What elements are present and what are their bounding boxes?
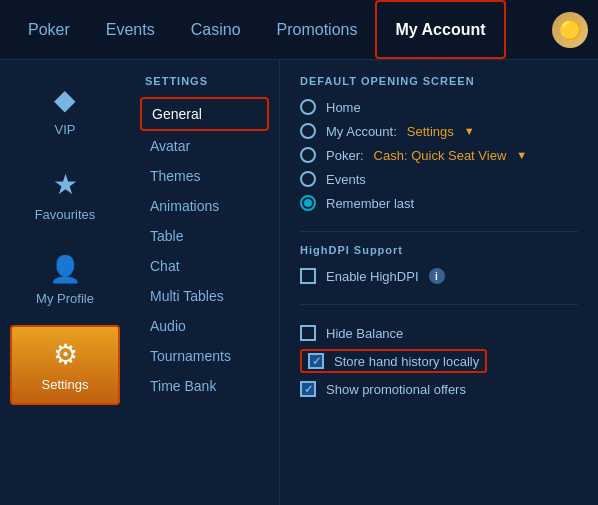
gear-icon: ⚙ — [53, 338, 78, 371]
sidebar-item-settings[interactable]: ⚙ Settings — [10, 325, 120, 405]
radio-home-circle[interactable] — [300, 99, 316, 115]
settings-menu-general[interactable]: General — [140, 97, 269, 131]
settings-menu-avatar[interactable]: Avatar — [140, 131, 269, 161]
profile-icon: 👤 — [49, 254, 81, 285]
check-enablehighdpi[interactable]: Enable HighDPI i — [300, 268, 578, 284]
nav-myaccount[interactable]: My Account — [375, 0, 505, 59]
settings-menu-table[interactable]: Table — [140, 221, 269, 251]
radio-rememberlast[interactable]: Remember last — [300, 195, 578, 211]
check-showpromotional-label: Show promotional offers — [326, 382, 466, 397]
check-hidebalance[interactable]: Hide Balance — [300, 325, 578, 341]
settings-menu-timebank[interactable]: Time Bank — [140, 371, 269, 401]
sidebar-item-favourites-label: Favourites — [35, 207, 96, 222]
store-hand-history-highlight: Store hand history locally — [300, 349, 487, 373]
radio-events-label: Events — [326, 172, 366, 187]
radio-home[interactable]: Home — [300, 99, 578, 115]
sidebar-item-myprofile[interactable]: 👤 My Profile — [10, 240, 120, 320]
highdpi-title: HighDPI Support — [300, 244, 578, 256]
default-screen-radio-group: Home My Account: Settings ▼ Poker: Cash:… — [300, 99, 578, 211]
settings-menu-themes[interactable]: Themes — [140, 161, 269, 191]
poker-dropdown-arrow[interactable]: ▼ — [516, 149, 527, 161]
myaccount-dropdown[interactable]: Settings — [407, 124, 454, 139]
nav-events[interactable]: Events — [88, 0, 173, 59]
settings-menu-title: SETTINGS — [140, 75, 269, 87]
left-sidebar: ◆ VIP ★ Favourites 👤 My Profile ⚙ Settin… — [0, 60, 130, 505]
settings-menu-audio[interactable]: Audio — [140, 311, 269, 341]
nav-casino[interactable]: Casino — [173, 0, 259, 59]
checkbox-hidebalance[interactable] — [300, 325, 316, 341]
sidebar-item-vip[interactable]: ◆ VIP — [10, 70, 120, 150]
check-showpromotional[interactable]: Show promotional offers — [300, 381, 578, 397]
checkbox-showpromotional[interactable] — [300, 381, 316, 397]
divider-1 — [300, 231, 578, 232]
sidebar-item-favourites[interactable]: ★ Favourites — [10, 155, 120, 235]
divider-2 — [300, 304, 578, 305]
settings-menu-multitables[interactable]: Multi Tables — [140, 281, 269, 311]
radio-poker-circle[interactable] — [300, 147, 316, 163]
radio-rememberlast-label: Remember last — [326, 196, 414, 211]
radio-myaccount-circle[interactable] — [300, 123, 316, 139]
myaccount-dropdown-arrow[interactable]: ▼ — [464, 125, 475, 137]
star-icon: ★ — [53, 168, 78, 201]
sidebar-item-vip-label: VIP — [55, 122, 76, 137]
check-options-group: Enable HighDPI i Hide Balance Store hand… — [300, 268, 578, 397]
settings-menu-chat[interactable]: Chat — [140, 251, 269, 281]
top-navigation: Poker Events Casino Promotions My Accoun… — [0, 0, 598, 60]
radio-myaccount[interactable]: My Account: Settings ▼ — [300, 123, 578, 139]
default-screen-title: DEFAULT OPENING SCREEN — [300, 75, 578, 87]
avatar[interactable]: 🟡 — [552, 12, 588, 48]
sidebar-item-myprofile-label: My Profile — [36, 291, 94, 306]
settings-menu: SETTINGS General Avatar Themes Animation… — [130, 60, 280, 505]
checkbox-storehandhistory[interactable] — [308, 353, 324, 369]
check-enablehighdpi-label: Enable HighDPI — [326, 269, 419, 284]
sidebar-item-settings-label: Settings — [42, 377, 89, 392]
main-layout: ◆ VIP ★ Favourites 👤 My Profile ⚙ Settin… — [0, 60, 598, 505]
content-panel: DEFAULT OPENING SCREEN Home My Account: … — [280, 60, 598, 505]
check-storehandhistory[interactable]: Store hand history locally — [300, 349, 578, 373]
checkbox-enablehighdpi[interactable] — [300, 268, 316, 284]
vip-icon: ◆ — [54, 83, 76, 116]
radio-home-label: Home — [326, 100, 361, 115]
poker-dropdown[interactable]: Cash: Quick Seat View — [374, 148, 507, 163]
settings-menu-tournaments[interactable]: Tournaments — [140, 341, 269, 371]
radio-poker-label: Poker: — [326, 148, 364, 163]
check-hidebalance-label: Hide Balance — [326, 326, 403, 341]
highdpi-info-icon[interactable]: i — [429, 268, 445, 284]
nav-promotions[interactable]: Promotions — [259, 0, 376, 59]
nav-poker[interactable]: Poker — [10, 0, 88, 59]
settings-menu-animations[interactable]: Animations — [140, 191, 269, 221]
radio-myaccount-label: My Account: — [326, 124, 397, 139]
check-storehandhistory-label: Store hand history locally — [334, 354, 479, 369]
radio-poker[interactable]: Poker: Cash: Quick Seat View ▼ — [300, 147, 578, 163]
radio-rememberlast-circle[interactable] — [300, 195, 316, 211]
radio-events[interactable]: Events — [300, 171, 578, 187]
radio-events-circle[interactable] — [300, 171, 316, 187]
